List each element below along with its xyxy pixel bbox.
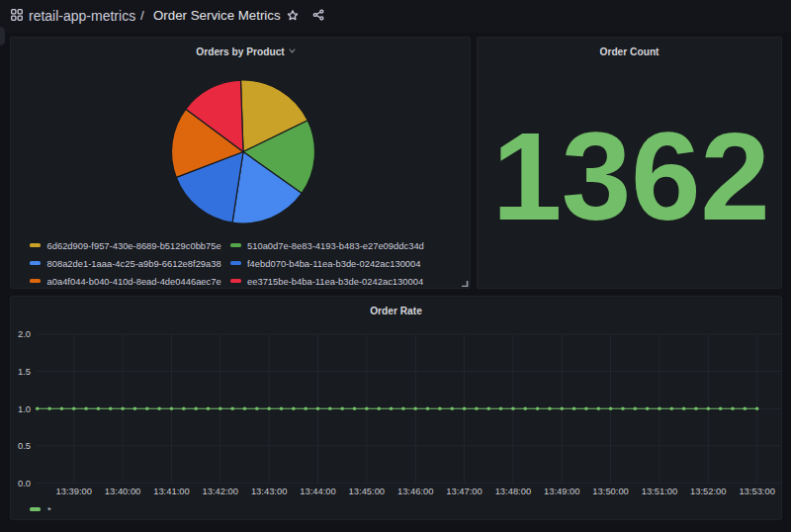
- data-point[interactable]: [182, 406, 186, 410]
- breadcrumb-dashboard-title: Order Service Metrics: [153, 0, 281, 33]
- data-point[interactable]: [707, 406, 711, 410]
- data-point[interactable]: [548, 406, 552, 410]
- x-tick-label: 13:48:00: [495, 486, 532, 496]
- panel-header-order-rate[interactable]: Order Rate: [11, 297, 781, 322]
- data-point[interactable]: [390, 406, 394, 410]
- data-point[interactable]: [694, 406, 698, 410]
- x-tick-label: 13:41:00: [153, 486, 190, 496]
- data-point[interactable]: [536, 406, 540, 410]
- x-tick-label: 13:50:00: [592, 486, 629, 496]
- data-point[interactable]: [157, 406, 161, 410]
- graph-legend-swatch: [30, 507, 41, 510]
- data-point[interactable]: [401, 406, 405, 410]
- pie-legend-item[interactable]: ee3715be-b4ba-11ea-b3de-0242ac130004: [230, 272, 466, 290]
- data-point[interactable]: [682, 406, 686, 410]
- legend-label[interactable]: ee3715be-b4ba-11ea-b3de-0242ac130004: [247, 276, 423, 287]
- data-point[interactable]: [499, 406, 503, 410]
- panel-title-order-rate[interactable]: Order Rate: [370, 306, 422, 316]
- pie-legend-item[interactable]: 6d62d909-f957-430e-8689-b5129c0bb75e: [30, 236, 230, 254]
- legend-label[interactable]: f4ebd070-b4ba-11ea-b3de-0242ac130004: [247, 258, 421, 269]
- pie-legend-item[interactable]: a0a4f044-b040-410d-8ead-4de0446aec7e: [30, 272, 230, 290]
- legend-swatch: [30, 279, 41, 282]
- data-point[interactable]: [328, 406, 332, 410]
- share-icon[interactable]: [312, 9, 325, 21]
- resize-handle-icon[interactable]: [462, 281, 469, 288]
- x-tick-label: 13:52:00: [690, 486, 727, 496]
- data-point[interactable]: [463, 406, 467, 410]
- data-point[interactable]: [609, 406, 613, 410]
- data-point[interactable]: [47, 406, 51, 410]
- panel-title-order-count[interactable]: Order Count: [600, 46, 659, 57]
- data-point[interactable]: [377, 406, 381, 410]
- data-point[interactable]: [669, 406, 673, 410]
- sidemenu-toggle[interactable]: [0, 27, 5, 45]
- data-point[interactable]: [84, 406, 88, 410]
- data-point[interactable]: [133, 406, 137, 410]
- data-point[interactable]: [316, 406, 320, 410]
- data-point[interactable]: [230, 406, 234, 410]
- x-tick-label: 13:42:00: [203, 486, 239, 496]
- data-point[interactable]: [584, 406, 588, 410]
- pie-legend-item[interactable]: f4ebd070-b4ba-11ea-b3de-0242ac130004: [230, 254, 466, 272]
- data-point[interactable]: [243, 406, 247, 410]
- legend-swatch: [230, 243, 241, 246]
- x-tick-label: 13:46:00: [397, 486, 434, 496]
- stat-value-box: 1362: [478, 63, 781, 290]
- data-point[interactable]: [426, 406, 430, 410]
- data-point[interactable]: [744, 406, 747, 410]
- data-point[interactable]: [511, 406, 515, 410]
- data-point[interactable]: [413, 406, 417, 410]
- data-point[interactable]: [194, 406, 198, 410]
- data-point[interactable]: [475, 406, 479, 410]
- data-point[interactable]: [633, 406, 637, 410]
- x-tick-label: 13:43:00: [251, 486, 288, 496]
- data-point[interactable]: [304, 406, 308, 410]
- legend-label[interactable]: a0a4f044-b040-410d-8ead-4de0446aec7e: [47, 276, 221, 287]
- legend-label[interactable]: 6d62d909-f957-430e-8689-b5129c0bb75e: [47, 240, 221, 251]
- data-point[interactable]: [292, 406, 296, 410]
- panel-header-order-count[interactable]: Order Count: [478, 38, 781, 63]
- data-point[interactable]: [596, 406, 600, 410]
- data-point[interactable]: [523, 406, 527, 410]
- data-point[interactable]: [438, 406, 442, 410]
- data-point[interactable]: [719, 406, 723, 410]
- data-point[interactable]: [97, 406, 101, 410]
- data-point[interactable]: [731, 406, 735, 410]
- data-point[interactable]: [72, 406, 76, 410]
- data-point[interactable]: [560, 406, 564, 410]
- pie-legend-item[interactable]: 510a0d7e-8e83-4193-b483-e27e09ddc34d: [230, 236, 466, 254]
- data-point[interactable]: [145, 406, 149, 410]
- legend-swatch: [230, 261, 241, 264]
- panel-title-orders-by-product[interactable]: Orders by Product: [196, 46, 284, 57]
- y-tick-label: 1.0: [18, 403, 31, 414]
- data-point[interactable]: [207, 406, 211, 410]
- data-point[interactable]: [267, 406, 271, 410]
- data-point[interactable]: [60, 406, 64, 410]
- apps-icon[interactable]: [11, 9, 23, 21]
- chevron-down-icon: [289, 48, 296, 53]
- pie-legend-item[interactable]: 808a2de1-1aaa-4c25-a9b9-6612e8f29a38: [30, 254, 230, 272]
- data-point[interactable]: [340, 406, 344, 410]
- data-point[interactable]: [255, 406, 259, 410]
- data-point[interactable]: [219, 406, 222, 410]
- legend-label[interactable]: 510a0d7e-8e83-4193-b483-e27e09ddc34d: [247, 240, 424, 251]
- breadcrumb-folder[interactable]: retail-app-metrics: [29, 0, 135, 33]
- data-point[interactable]: [353, 406, 357, 410]
- panel-header-orders-by-product[interactable]: Orders by Product: [11, 38, 470, 63]
- data-point[interactable]: [450, 406, 454, 410]
- data-point[interactable]: [170, 406, 174, 410]
- star-icon[interactable]: [287, 9, 299, 22]
- graph-legend-label[interactable]: *: [47, 504, 51, 515]
- data-point[interactable]: [621, 406, 625, 410]
- data-point[interactable]: [486, 406, 490, 410]
- data-point[interactable]: [280, 406, 284, 410]
- data-point[interactable]: [755, 406, 759, 410]
- data-point[interactable]: [658, 406, 661, 410]
- data-point[interactable]: [365, 406, 369, 410]
- legend-label[interactable]: 808a2de1-1aaa-4c25-a9b9-6612e8f29a38: [47, 258, 221, 269]
- data-point[interactable]: [109, 406, 113, 410]
- data-point[interactable]: [646, 406, 650, 410]
- data-point[interactable]: [121, 406, 125, 410]
- data-point[interactable]: [36, 406, 40, 410]
- data-point[interactable]: [572, 406, 576, 410]
